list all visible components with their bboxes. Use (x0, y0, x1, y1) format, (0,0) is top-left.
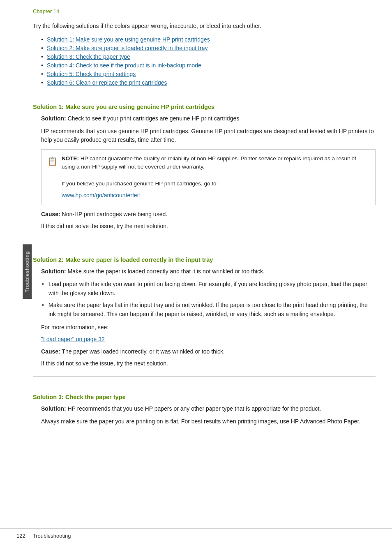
note-link[interactable]: www.hp.com/go/anticounterfeit (62, 191, 369, 200)
note-body: If you believe you purchased genuine HP … (62, 180, 218, 187)
solution-3-block: Solution: HP recommends that you use HP … (33, 404, 376, 426)
see-label-2: For more information, see: (41, 323, 376, 332)
cause-block-2: Cause: The paper was loaded incorrectly,… (41, 347, 376, 356)
cause-text-2: The paper was loaded incorrectly, or it … (62, 348, 225, 355)
toc-link-2[interactable]: Solution 2: Make sure paper is loaded co… (47, 45, 208, 51)
note-icon: 📋 (47, 155, 58, 200)
toc-item-2: Solution 2: Make sure paper is loaded co… (41, 45, 376, 51)
toc-list: Solution 1: Make sure you are using genu… (33, 36, 376, 86)
solution-3-body-text: Always make sure the paper you are print… (41, 417, 376, 426)
solution-1-label: Solution: (41, 115, 66, 122)
note-box-1: 📋 NOTE: HP cannot guarantee the quality … (41, 149, 376, 205)
toc-link-4[interactable]: Solution 4: Check to see if the product … (47, 62, 201, 69)
solution-1-text: Solution: Check to see if your print car… (41, 114, 376, 123)
solution-3-section: Solution 3: Check the paper type Solutio… (33, 394, 376, 426)
main-content: Chapter 14 Try the following solutions i… (8, 0, 392, 543)
solution-1-block: Solution: Check to see if your print car… (33, 114, 376, 231)
solution-2-text: Solution: Make sure the paper is loaded … (41, 267, 376, 276)
solution-1-body-text: HP recommends that you use genuine HP pr… (41, 127, 376, 144)
section-separator-2 (33, 376, 376, 377)
toc-link-5[interactable]: Solution 5: Check the print settings (47, 71, 136, 77)
cause-text-1: Non-HP print cartridges were being used. (62, 211, 168, 217)
load-paper-link[interactable]: "Load paper" on page 32 (41, 336, 105, 342)
toc-link-3[interactable]: Solution 3: Check the paper type (47, 53, 130, 60)
toc-item-3: Solution 3: Check the paper type (41, 53, 376, 60)
toc-item-5: Solution 5: Check the print settings (41, 71, 376, 77)
toc-item-4: Solution 4: Check to see if the product … (41, 62, 376, 69)
intro-text: Try the following solutions if the color… (33, 22, 376, 30)
toc-link-6[interactable]: Solution 6: Clean or replace the print c… (47, 79, 167, 86)
solution-3-text: Solution: HP recommends that you use HP … (41, 404, 376, 413)
section-separator-1 (33, 239, 376, 239)
solution-3-label: Solution: (41, 405, 66, 412)
next-solution-1: If this did not solve the issue, try the… (41, 222, 376, 231)
footer-page-number: 122 (16, 533, 25, 539)
chapter-label: Chapter 14 (33, 8, 376, 14)
bullet-2-2: Make sure the paper lays flat in the inp… (41, 301, 376, 319)
solution-1-section: Solution 1: Make sure you are using genu… (33, 104, 376, 231)
toc-item-6: Solution 6: Clean or replace the print c… (41, 79, 376, 86)
section-divider-1 (33, 96, 376, 96)
solution-2-label: Solution: (41, 268, 66, 275)
footer-bar: 122 Troubleshooting (0, 528, 392, 543)
solution-3-heading: Solution 3: Check the paper type (33, 394, 376, 400)
solution-2-bullets: Load paper with the side you want to pri… (41, 280, 376, 319)
note-label: NOTE: (62, 155, 79, 162)
cause-label-2: Cause: (41, 348, 60, 355)
solution-2-section: Solution 2: Make sure paper is loaded co… (33, 256, 376, 368)
cause-label-1: Cause: (41, 211, 60, 217)
solution-2-heading: Solution 2: Make sure paper is loaded co… (33, 256, 376, 263)
side-tab: Troubleshooting (23, 244, 32, 299)
cause-block-1: Cause: Non-HP print cartridges were bein… (41, 210, 376, 219)
next-solution-2: If this did not solve the issue, try the… (41, 359, 376, 368)
footer-section-label: Troubleshooting (33, 533, 71, 539)
note-content: NOTE: HP cannot guarantee the quality or… (62, 155, 369, 200)
toc-item-1: Solution 1: Make sure you are using genu… (41, 36, 376, 43)
side-tab-label: Troubleshooting (24, 251, 30, 292)
solution-1-heading: Solution 1: Make sure you are using genu… (33, 104, 376, 110)
solution-2-block: Solution: Make sure the paper is loaded … (33, 267, 376, 368)
note-text: HP cannot guarantee the quality or relia… (62, 155, 356, 170)
solution-3-body: HP recommends that you use HP papers or … (68, 405, 321, 412)
bullet-2-1: Load paper with the side you want to pri… (41, 280, 376, 298)
solution-1-body: Check to see if your print cartridges ar… (68, 115, 241, 122)
toc-link-1[interactable]: Solution 1: Make sure you are using genu… (47, 36, 210, 43)
solution-2-body: Make sure the paper is loaded correctly … (68, 268, 265, 275)
